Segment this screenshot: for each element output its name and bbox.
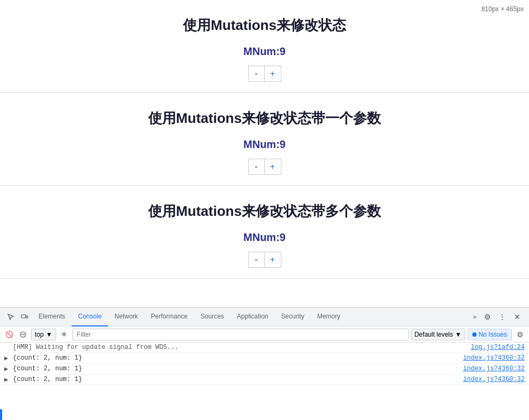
- console-text-0: [HMR] Waiting for update signal from WDS…: [13, 344, 471, 351]
- mnum-label-1: MNum:9: [11, 45, 518, 58]
- settings-icon[interactable]: ⚙: [481, 310, 494, 323]
- increment-button-1[interactable]: +: [265, 66, 281, 81]
- console-text-1: {count: 2, num: 1}: [13, 354, 463, 362]
- main-content: 810px × 465px 使用Mutations来修改状态 MNum:9 - …: [0, 0, 529, 307]
- section-2: 使用Mutations来修改状态带一个参数 MNum:9 - +: [0, 93, 529, 186]
- counter-btn-group-1: - +: [248, 66, 281, 82]
- filter-input[interactable]: [72, 329, 409, 340]
- close-devtools-icon[interactable]: ✕: [511, 310, 524, 323]
- tab-elements[interactable]: Elements: [32, 308, 72, 326]
- decrement-button-1[interactable]: -: [249, 66, 265, 81]
- tab-network[interactable]: Network: [108, 308, 144, 326]
- svg-rect-1: [26, 316, 28, 318]
- eye-icon[interactable]: 👁: [58, 329, 70, 340]
- toggle-filter-icon[interactable]: [17, 329, 29, 340]
- clear-console-icon[interactable]: 🚫: [3, 329, 15, 340]
- increment-button-3[interactable]: +: [265, 252, 281, 267]
- devtools-tabs: ElementsConsoleNetworkPerformanceSources…: [32, 308, 469, 326]
- console-row-3: ▶{count: 2, num: 1}index.js?4360:32: [0, 375, 529, 385]
- console-row-1: ▶{count: 2, num: 1}index.js?4360:32: [0, 353, 529, 364]
- decrement-button-3[interactable]: -: [249, 252, 265, 267]
- section-title-2: 使用Mutations来修改状态带一个参数: [11, 109, 518, 128]
- level-selector[interactable]: Default levels ▼: [411, 329, 465, 340]
- mnum-label-2: MNum:9: [11, 138, 518, 151]
- tab-console[interactable]: Console: [72, 308, 108, 326]
- devtools-filter-bar: 🚫 top ▼ 👁 Default levels ▼ No Issues ⚙: [0, 326, 529, 343]
- console-link-0[interactable]: log.js?1afd:24: [471, 344, 525, 351]
- console-indicator: [0, 409, 2, 420]
- section-3: 使用Mutations来修改状态带多个参数 MNum:9 - +: [0, 186, 529, 279]
- console-arrow-2[interactable]: ▶: [4, 365, 11, 373]
- section-1: 使用Mutations来修改状态 MNum:9 - +: [0, 0, 529, 93]
- console-row-0: [HMR] Waiting for update signal from WDS…: [0, 343, 529, 353]
- inspect-element-icon[interactable]: [4, 310, 17, 323]
- tab-application[interactable]: Application: [231, 308, 275, 326]
- level-dropdown-icon: ▼: [455, 331, 462, 338]
- devtools-panel: ElementsConsoleNetworkPerformanceSources…: [0, 307, 529, 420]
- devtools-right-icons: ⚙ ⋮ ✕: [481, 310, 525, 323]
- svg-rect-0: [21, 315, 26, 318]
- increment-button-2[interactable]: +: [265, 159, 281, 174]
- console-link-1[interactable]: index.js?4360:32: [463, 354, 525, 362]
- tab-performance[interactable]: Performance: [144, 308, 194, 326]
- section-title-1: 使用Mutations来修改状态: [11, 16, 518, 35]
- counter-btn-group-2: - +: [248, 159, 281, 175]
- devtools-toolbar: ElementsConsoleNetworkPerformanceSources…: [0, 308, 529, 326]
- console-row-2: ▶{count: 2, num: 1}index.js?4360:32: [0, 364, 529, 375]
- counter-btn-group-3: - +: [248, 252, 281, 268]
- tab-sources[interactable]: Sources: [194, 308, 231, 326]
- devtools-console: [HMR] Waiting for update signal from WDS…: [0, 343, 529, 420]
- decrement-button-2[interactable]: -: [249, 159, 265, 174]
- console-arrow-3[interactable]: ▶: [4, 376, 11, 384]
- device-toggle-icon[interactable]: [18, 310, 31, 323]
- console-link-2[interactable]: index.js?4360:32: [463, 365, 525, 372]
- sections-container: 使用Mutations来修改状态 MNum:9 - + 使用Mutations来…: [0, 0, 529, 279]
- context-value: top: [35, 331, 44, 338]
- dimension-label: 810px × 465px: [481, 5, 524, 13]
- section-title-3: 使用Mutations来修改状态带多个参数: [11, 202, 518, 221]
- console-link-3[interactable]: index.js?4360:32: [463, 376, 525, 383]
- console-text-2: {count: 2, num: 1}: [13, 365, 463, 372]
- context-selector[interactable]: top ▼: [31, 329, 56, 340]
- mnum-label-3: MNum:9: [11, 231, 518, 244]
- console-arrow-1[interactable]: ▶: [4, 354, 11, 362]
- more-tabs-button[interactable]: »: [469, 308, 481, 326]
- tab-memory[interactable]: Memory: [311, 308, 347, 326]
- console-text-3: {count: 2, num: 1}: [13, 376, 463, 383]
- no-issues-dot: [472, 332, 477, 337]
- filter-settings-icon[interactable]: ⚙: [514, 329, 526, 340]
- tab-security[interactable]: Security: [275, 308, 311, 326]
- context-dropdown-icon: ▼: [46, 331, 52, 338]
- no-issues-badge: No Issues: [467, 329, 512, 340]
- level-value: Default levels: [415, 331, 453, 338]
- no-issues-label: No Issues: [479, 331, 507, 338]
- more-options-icon[interactable]: ⋮: [496, 310, 509, 323]
